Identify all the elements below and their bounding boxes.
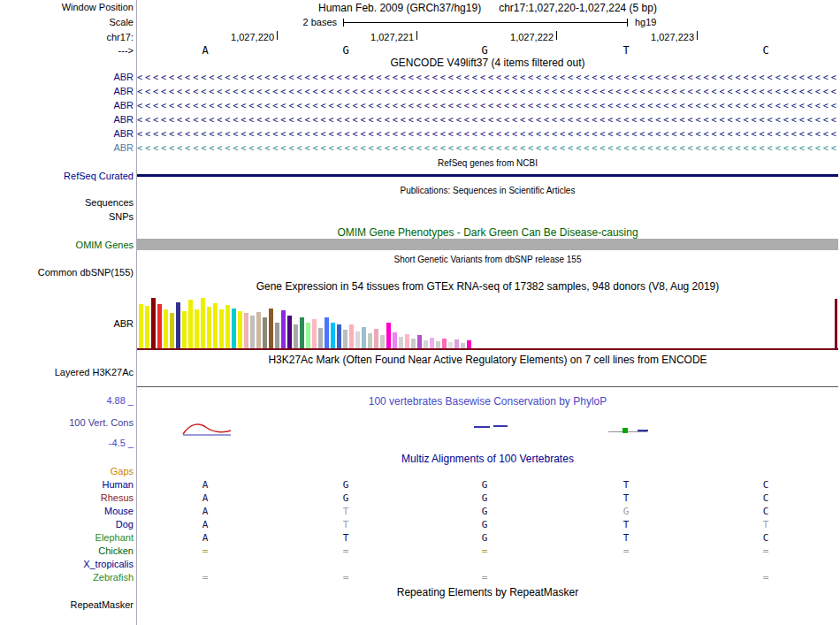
track-label-[interactable]: ---> — [0, 45, 134, 57]
track-label-omim-genes[interactable]: OMIM Genes — [0, 240, 134, 251]
alignment-base[interactable]: T — [619, 532, 633, 544]
track-label-layered-h3k27ac[interactable]: Layered H3K27Ac — [0, 367, 134, 378]
gtex-tissue-bar[interactable] — [325, 317, 329, 348]
gtex-tissue-bar[interactable] — [157, 304, 162, 348]
gtex-tissue-bar[interactable] — [151, 298, 156, 348]
gtex-tissue-bar[interactable] — [256, 312, 261, 348]
gtex-tissue-bar[interactable] — [269, 309, 273, 348]
species-label-rhesus[interactable]: Rhesus — [0, 492, 134, 504]
track-label-repeatmasker[interactable]: RepeatMasker — [0, 599, 134, 611]
species-label-chicken[interactable]: Chicken — [0, 545, 134, 557]
gtex-tissue-bar[interactable] — [281, 310, 286, 348]
alignment-base[interactable]: = — [759, 572, 773, 583]
gtex-tissue-bar[interactable] — [201, 298, 205, 348]
gene-model-row[interactable]: <<<<<<<<<<<<<<<<<<<<<<<<<<<<<<<<<<<<<<<<… — [137, 114, 838, 126]
gtex-tissue-bar[interactable] — [213, 303, 218, 348]
gtex-tissue-bar[interactable] — [188, 300, 193, 348]
alignment-base[interactable]: G — [339, 492, 353, 504]
track-label-refseq-curated[interactable]: RefSeq Curated — [0, 171, 134, 182]
gtex-tissue-bar[interactable] — [442, 339, 447, 348]
track-label-chr17[interactable]: chr17: — [0, 32, 134, 43]
gtex-tissue-bar[interactable] — [411, 339, 416, 348]
alignment-base[interactable]: T — [619, 479, 633, 491]
gtex-tissue-bar[interactable] — [430, 338, 434, 348]
species-label-human[interactable]: Human — [0, 479, 134, 491]
track-label-abr[interactable]: ABR — [0, 128, 134, 140]
gtex-tissue-bar[interactable] — [207, 307, 211, 348]
alignment-base[interactable]: T — [339, 506, 353, 517]
gtex-tissue-bar[interactable] — [275, 323, 279, 348]
gtex-tissue-bar[interactable] — [454, 339, 459, 348]
alignment-base[interactable]: G — [477, 519, 492, 530]
gtex-tissue-bar[interactable] — [244, 313, 248, 348]
gene-model-row[interactable]: <<<<<<<<<<<<<<<<<<<<<<<<<<<<<<<<<<<<<<<<… — [137, 86, 838, 97]
alignment-base[interactable]: = — [477, 572, 492, 583]
track-label-4-5[interactable]: -4.5 _ — [0, 438, 134, 449]
alignment-base[interactable]: = — [477, 545, 492, 557]
alignment-base[interactable]: T — [619, 519, 633, 530]
refseq-curated-item[interactable] — [137, 174, 838, 177]
gtex-tissue-bar[interactable] — [380, 335, 385, 348]
gtex-tissue-bar[interactable] — [362, 327, 366, 348]
alignment-base[interactable]: G — [477, 492, 492, 504]
gene-model-row[interactable]: <<<<<<<<<<<<<<<<<<<<<<<<<<<<<<<<<<<<<<<<… — [137, 100, 838, 111]
track-label-abr[interactable]: ABR — [0, 318, 134, 330]
species-label-x-tropicalis[interactable]: X_tropicalis — [0, 559, 134, 570]
phylop-mark-line[interactable] — [608, 431, 647, 432]
gtex-tissue-bar[interactable] — [238, 311, 242, 348]
alignment-base[interactable]: G — [619, 506, 633, 517]
gtex-tissue-bar[interactable] — [355, 332, 360, 348]
alignment-base[interactable]: T — [339, 532, 353, 544]
phylop-mark[interactable] — [474, 426, 490, 428]
species-label-gaps[interactable]: Gaps — [0, 466, 134, 477]
alignment-base[interactable]: C — [759, 492, 773, 504]
gtex-tissue-bar[interactable] — [331, 323, 335, 348]
gtex-tissue-bar[interactable] — [405, 334, 409, 348]
track-label-4-88[interactable]: 4.88 _ — [0, 395, 134, 407]
gtex-tissue-bar[interactable] — [368, 333, 372, 348]
gtex-tissue-bar[interactable] — [312, 319, 317, 348]
alignment-base[interactable]: G — [339, 479, 353, 491]
gene-model-row[interactable]: <<<<<<<<<<<<<<<<<<<<<<<<<<<<<<<<<<<<<<<<… — [137, 142, 838, 154]
gtex-tissue-bar[interactable] — [170, 313, 174, 348]
alignment-base[interactable]: = — [759, 545, 773, 557]
alignment-base[interactable]: = — [198, 545, 212, 557]
gtex-tissue-bar[interactable] — [219, 309, 224, 348]
gtex-tissue-bar[interactable] — [386, 323, 391, 348]
gtex-tissue-bar[interactable] — [306, 323, 310, 348]
track-label-common-dbsnp-155[interactable]: Common dbSNP(155) — [0, 267, 134, 278]
gtex-tissue-bar[interactable] — [145, 306, 149, 348]
alignment-base[interactable]: = — [619, 545, 633, 557]
phylop-positive-mark[interactable] — [622, 428, 628, 433]
omim-genes-bar[interactable] — [137, 239, 838, 250]
alignment-base[interactable]: A — [198, 479, 212, 491]
alignment-base[interactable]: = — [339, 572, 353, 583]
gtex-tissue-bar[interactable] — [318, 328, 323, 348]
gtex-tissue-bar[interactable] — [467, 340, 471, 348]
track-label-abr[interactable]: ABR — [0, 86, 134, 97]
gtex-tissue-bar[interactable] — [343, 330, 347, 348]
gene-model-row[interactable]: <<<<<<<<<<<<<<<<<<<<<<<<<<<<<<<<<<<<<<<<… — [137, 72, 838, 83]
track-label-scale[interactable]: Scale — [0, 17, 134, 28]
alignment-base[interactable]: = — [339, 545, 353, 557]
alignment-base[interactable]: C — [759, 506, 773, 517]
phylop-peak-graphic[interactable] — [181, 421, 233, 437]
gtex-tissue-bar[interactable] — [182, 311, 187, 348]
h3k27ac-baseline[interactable] — [137, 386, 838, 387]
track-label-window-position[interactable]: Window Position — [0, 2, 134, 13]
gtex-tissue-bar[interactable] — [461, 343, 465, 348]
species-label-mouse[interactable]: Mouse — [0, 506, 134, 517]
gtex-tissue-bar[interactable] — [393, 332, 397, 348]
track-label-100-vert-cons[interactable]: 100 Vert. Cons — [0, 417, 134, 429]
alignment-base[interactable]: = — [198, 572, 212, 583]
gtex-tissue-bar[interactable] — [374, 329, 378, 348]
species-label-dog[interactable]: Dog — [0, 519, 134, 530]
alignment-base[interactable]: G — [477, 532, 492, 544]
gtex-tissue-bar[interactable] — [195, 309, 199, 348]
alignment-base[interactable]: G — [477, 479, 492, 491]
alignment-base[interactable]: A — [198, 519, 212, 530]
phylop-mark[interactable] — [638, 430, 648, 431]
gtex-tissue-bar[interactable] — [436, 341, 440, 348]
gtex-tissue-bar[interactable] — [424, 340, 428, 348]
alignment-base[interactable]: G — [477, 506, 492, 517]
